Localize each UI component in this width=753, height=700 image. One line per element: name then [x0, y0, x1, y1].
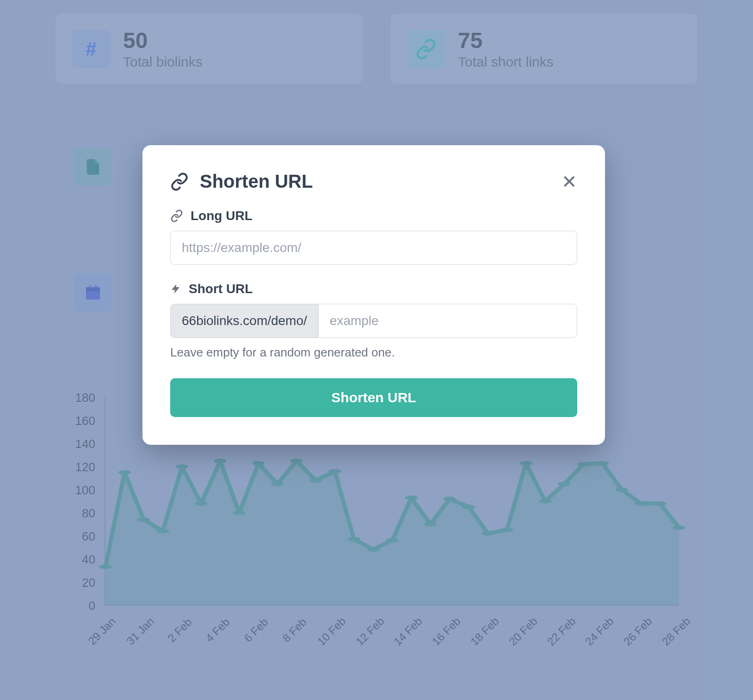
- shorten-url-button-label: Shorten URL: [331, 390, 416, 405]
- modal-title-text: Shorten URL: [200, 171, 313, 192]
- close-icon: ✕: [562, 172, 577, 192]
- shorten-url-modal: Shorten URL ✕ Long URL Short URL 6: [142, 145, 605, 445]
- short-url-help-text: Leave empty for a random generated one.: [170, 345, 577, 360]
- modal-header: Shorten URL ✕: [170, 171, 577, 192]
- short-url-label: Short URL: [170, 282, 577, 296]
- long-url-label-text: Long URL: [191, 209, 253, 223]
- short-url-input[interactable]: [318, 304, 577, 338]
- bolt-icon: [170, 283, 181, 295]
- long-url-field: Long URL: [170, 209, 577, 265]
- page-root: # 50 Total biolinks 75 Total short links: [0, 0, 753, 700]
- short-url-prefix: 66biolinks.com/demo/: [170, 304, 318, 338]
- long-url-label: Long URL: [170, 209, 577, 223]
- short-url-field: Short URL 66biolinks.com/demo/ Leave emp…: [170, 282, 577, 360]
- long-url-input[interactable]: [170, 231, 577, 265]
- modal-title: Shorten URL: [170, 171, 313, 192]
- shorten-url-button[interactable]: Shorten URL: [170, 378, 577, 417]
- close-button[interactable]: ✕: [562, 172, 577, 191]
- link-icon: [170, 209, 183, 222]
- link-icon: [170, 172, 189, 191]
- short-url-input-group: 66biolinks.com/demo/: [170, 304, 577, 338]
- short-url-label-text: Short URL: [189, 282, 253, 296]
